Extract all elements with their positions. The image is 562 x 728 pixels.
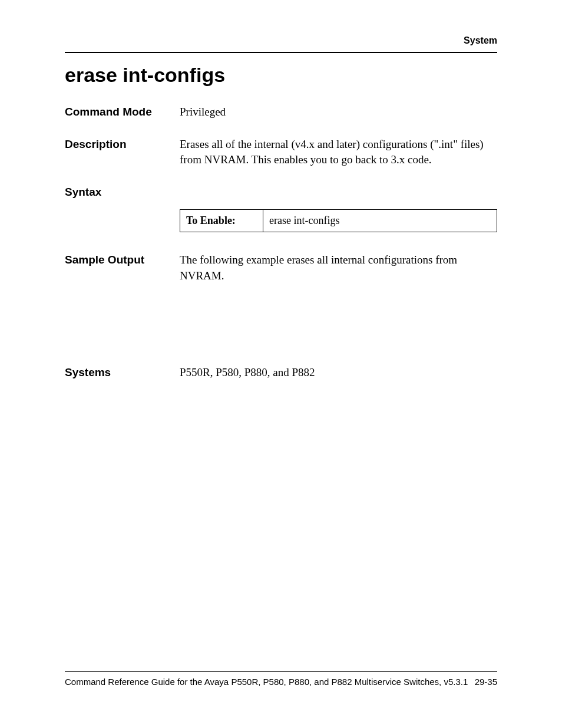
value-systems: P550R, P580, P880, and P882 — [180, 365, 497, 381]
page-footer: Command Reference Guide for the Avaya P5… — [65, 671, 497, 687]
vertical-gap — [65, 300, 497, 365]
row-description: Description Erases all of the internal (… — [65, 137, 497, 168]
header-section-label: System — [65, 35, 497, 46]
header-rule — [65, 52, 497, 53]
syntax-table-wrap: To Enable: erase int-configs — [180, 209, 497, 232]
spacer-syntax — [65, 209, 180, 210]
syntax-table-left: To Enable: — [180, 209, 263, 232]
page-title: erase int-configs — [65, 64, 497, 87]
row-syntax: Syntax — [65, 185, 497, 199]
row-sample-output: Sample Output The following example eras… — [65, 252, 497, 284]
footer-rule — [65, 671, 497, 672]
page: System erase int-configs Command Mode Pr… — [0, 0, 562, 728]
footer-right: 29-35 — [475, 677, 497, 687]
label-command-mode: Command Mode — [65, 104, 180, 118]
label-syntax: Syntax — [65, 185, 180, 199]
label-systems: Systems — [65, 365, 180, 379]
value-sample-output: The following example erases all interna… — [180, 252, 497, 284]
label-sample-output: Sample Output — [65, 252, 180, 266]
row-command-mode: Command Mode Privileged — [65, 104, 497, 120]
syntax-table: To Enable: erase int-configs — [180, 209, 497, 232]
row-syntax-table: To Enable: erase int-configs — [65, 209, 497, 232]
value-description: Erases all of the internal (v4.x and lat… — [180, 137, 497, 168]
label-description: Description — [65, 137, 180, 151]
syntax-table-right: erase int-configs — [263, 209, 497, 232]
value-command-mode: Privileged — [180, 104, 497, 120]
row-systems: Systems P550R, P580, P880, and P882 — [65, 365, 497, 381]
footer-left: Command Reference Guide for the Avaya P5… — [65, 677, 468, 687]
